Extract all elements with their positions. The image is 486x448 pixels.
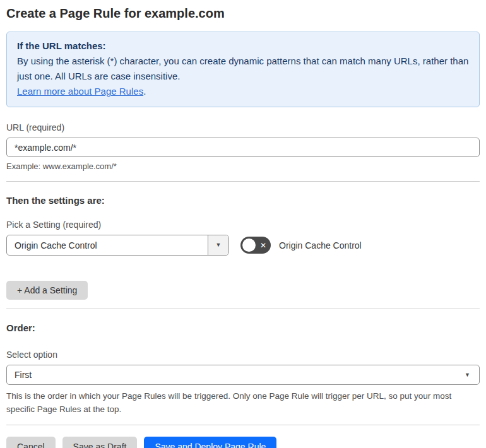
url-label: URL (required) bbox=[6, 121, 480, 134]
setting-select-value: Origin Cache Control bbox=[7, 235, 208, 255]
chevron-down-icon: ▼ bbox=[216, 242, 222, 248]
toggle-label: Origin Cache Control bbox=[279, 240, 362, 251]
origin-cache-control-toggle-group: ✕ Origin Cache Control bbox=[240, 237, 362, 254]
chevron-down-icon: ▼ bbox=[465, 372, 470, 378]
setting-select-arrow-button[interactable]: ▼ bbox=[208, 235, 228, 255]
link-suffix: . bbox=[143, 86, 146, 97]
order-helper-text: This is the order in which your Page Rul… bbox=[6, 389, 480, 416]
page-title: Create a Page Rule for example.com bbox=[6, 5, 480, 21]
pick-setting-label: Pick a Setting (required) bbox=[6, 218, 480, 231]
order-section-heading: Order: bbox=[6, 322, 480, 334]
toggle-knob bbox=[242, 239, 256, 252]
footer-button-row: Cancel Save as Draft Save and Deploy Pag… bbox=[6, 437, 480, 448]
setting-select[interactable]: Origin Cache Control ▼ bbox=[6, 235, 229, 256]
toggle-off-x-icon: ✕ bbox=[260, 242, 266, 249]
order-select-label: Select option bbox=[6, 348, 480, 361]
info-box-link-line: Learn more about Page Rules. bbox=[17, 84, 469, 99]
settings-section-heading: Then the settings are: bbox=[6, 194, 480, 207]
divider bbox=[6, 181, 480, 182]
learn-more-link[interactable]: Learn more about Page Rules bbox=[17, 86, 143, 97]
add-setting-button[interactable]: + Add a Setting bbox=[6, 281, 88, 300]
url-match-info-box: If the URL matches: By using the asteris… bbox=[6, 32, 480, 107]
divider bbox=[6, 309, 480, 309]
divider bbox=[6, 425, 480, 425]
url-example-hint: Example: www.example.com/* bbox=[6, 161, 480, 172]
setting-row: Origin Cache Control ▼ ✕ Origin Cache Co… bbox=[6, 235, 480, 256]
save-as-draft-button[interactable]: Save as Draft bbox=[62, 437, 138, 448]
origin-cache-control-toggle[interactable]: ✕ bbox=[240, 237, 271, 254]
order-select-value: First bbox=[15, 370, 32, 380]
save-and-deploy-button[interactable]: Save and Deploy Page Rule bbox=[144, 437, 276, 448]
cancel-button[interactable]: Cancel bbox=[6, 437, 56, 448]
url-input[interactable] bbox=[6, 138, 480, 157]
info-box-body: By using the asterisk (*) character, you… bbox=[17, 54, 469, 84]
order-select[interactable]: First ▼ bbox=[6, 365, 480, 385]
info-box-heading: If the URL matches: bbox=[17, 38, 469, 54]
